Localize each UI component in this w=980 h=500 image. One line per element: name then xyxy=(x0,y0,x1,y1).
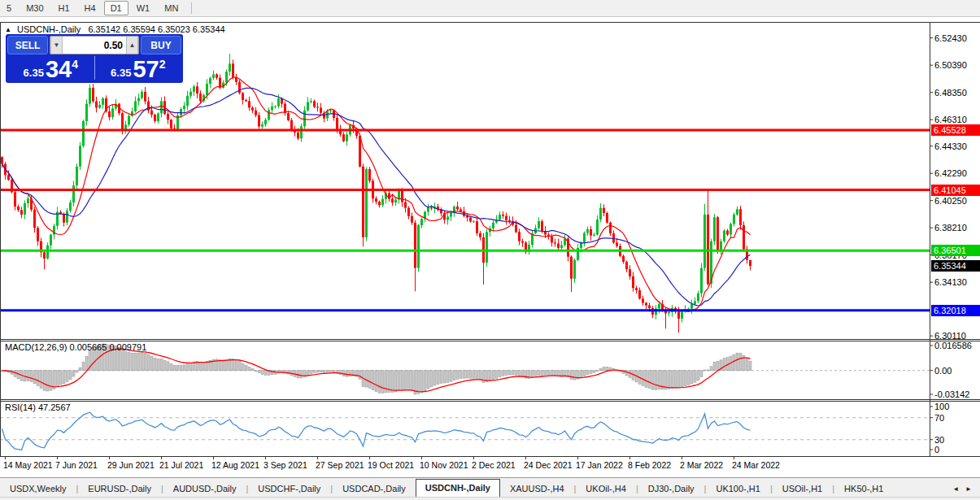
chart-tab-usdchf-daily[interactable]: USDCHF-,Daily xyxy=(248,480,330,498)
status-strip xyxy=(0,497,980,500)
date-tick-label: 29 Jun 2021 xyxy=(107,460,155,470)
timeframe-button-H1[interactable]: H1 xyxy=(52,1,76,15)
timeframe-button-D1[interactable]: D1 xyxy=(104,1,128,15)
date-tick-label: 24 Dec 2021 xyxy=(524,460,573,470)
price-tick-label: 6.42290 xyxy=(934,168,979,179)
chart-tab-xauusd-h4[interactable]: XAUUSD-,H4 xyxy=(500,480,574,498)
price-level-badge: 6.41045 xyxy=(931,185,980,196)
timeframe-toolbar: 5M30H1H4D1W1MN xyxy=(0,0,980,17)
date-tick-label: 2 Mar 2022 xyxy=(680,460,723,470)
date-tick-label: 17 Jan 2022 xyxy=(576,460,623,470)
macd-axis-label: 0.016586 xyxy=(934,341,979,351)
chart-tab-usdx-weekly[interactable]: USDX,Weekly xyxy=(0,480,76,498)
timeframe-button-W1[interactable]: W1 xyxy=(130,1,157,15)
tabs-scroll-right-icon[interactable]: ► xyxy=(965,485,972,493)
chevron-down-icon: ▼ xyxy=(54,41,60,49)
chart-tab-usdcad-daily[interactable]: USDCAD-,Daily xyxy=(333,480,416,498)
rsi-axis-label: 30 xyxy=(934,435,979,446)
timeframe-button-M30[interactable]: M30 xyxy=(20,1,50,15)
price-tick-label: 6.34130 xyxy=(934,277,979,288)
date-tick-label: 8 Feb 2022 xyxy=(628,460,671,470)
price-level-badge: 6.32018 xyxy=(931,305,980,316)
price-level-badge: 6.35344 xyxy=(931,260,980,272)
price-tick-label: 6.48350 xyxy=(934,88,979,98)
date-tick-label: 24 Mar 2022 xyxy=(732,460,780,470)
price-tick-label: 6.40250 xyxy=(934,196,979,207)
timeframe-button-MN[interactable]: MN xyxy=(158,1,185,15)
price-tick-label: 6.44330 xyxy=(934,141,979,152)
chart-plot-area[interactable] xyxy=(0,22,980,476)
sell-price-prefix: 6.35 xyxy=(24,66,44,80)
volume-control: ▼ ▲ xyxy=(50,36,139,54)
one-click-trading-panel: SELL ▼ ▲ BUY 6.35 34 4 6.35 57 2 xyxy=(6,34,183,83)
macd-indicator-title: MACD(12,26,9) 0.005665 0.009791 xyxy=(5,342,146,352)
chart-tab-audusd-daily[interactable]: AUDUSD-,Daily xyxy=(163,480,246,498)
date-tick-label: 7 Jun 2021 xyxy=(55,460,98,470)
buy-price-display[interactable]: 6.35 57 2 xyxy=(95,55,182,80)
chart-tab-hk50-h1[interactable]: HK50-,H1 xyxy=(834,480,893,498)
macd-axis-label: 0.00 xyxy=(934,366,979,376)
chart-tab-bar: USDX,Weekly|EURUSD-,Daily|AUDUSD-,Daily|… xyxy=(0,477,980,498)
price-tick-label: 6.52430 xyxy=(934,33,979,44)
timeframe-button-5[interactable]: 5 xyxy=(0,1,18,15)
date-tick-label: 12 Aug 2021 xyxy=(211,460,259,470)
chart-header: ▲ USDCNH-,Daily 6.35142 6.35594 6.35023 … xyxy=(5,24,225,34)
chart-ohlc-values: 6.35142 6.35594 6.35023 6.35344 xyxy=(88,24,224,34)
volume-increase-button[interactable]: ▲ xyxy=(126,37,138,54)
buy-button[interactable]: BUY xyxy=(141,36,181,54)
price-level-badge: 6.36501 xyxy=(931,245,980,256)
volume-decrease-button[interactable]: ▼ xyxy=(50,37,63,54)
toolbar-separator xyxy=(191,2,192,14)
price-tick-label: 6.38210 xyxy=(934,223,979,233)
date-tick-label: 21 Jul 2021 xyxy=(159,460,203,470)
rsi-axis-label: 100 xyxy=(934,402,979,412)
buy-price-prefix: 6.35 xyxy=(111,66,131,80)
buy-price-point: 2 xyxy=(159,58,166,71)
volume-input[interactable] xyxy=(63,37,126,54)
rsi-axis-label: 70 xyxy=(934,413,979,424)
date-tick-label: 27 Sep 2021 xyxy=(316,460,364,470)
sell-price-pips: 34 xyxy=(46,59,72,80)
buy-price-pips: 57 xyxy=(133,59,159,80)
chevron-up-icon: ▲ xyxy=(129,41,136,49)
rsi-indicator-title: RSI(14) 47.2567 xyxy=(5,402,71,412)
price-tick-label: 6.50390 xyxy=(934,60,979,71)
chart-tab-usdcnh-daily[interactable]: USDCNH-,Daily xyxy=(416,479,500,498)
sell-button[interactable]: SELL xyxy=(7,36,48,54)
chart-symbol-label: USDCNH-,Daily xyxy=(17,24,81,34)
tabs-scroll-left-icon[interactable]: ◄ xyxy=(952,485,959,493)
chart-tab-ukoil-h4[interactable]: UKOil-,H4 xyxy=(576,480,636,498)
date-tick-label: 14 May 2021 xyxy=(3,460,53,470)
chart-tab-dj30-daily[interactable]: DJ30-,Daily xyxy=(638,480,704,498)
price-level-badge: 6.45528 xyxy=(931,124,980,136)
chart-tab-usoil-h1[interactable]: USOil-,H1 xyxy=(773,480,833,498)
date-tick-label: 2 Dec 2021 xyxy=(472,460,516,470)
sell-price-display[interactable]: 6.35 34 4 xyxy=(7,55,94,80)
timeframe-button-H4[interactable]: H4 xyxy=(78,1,102,15)
sell-price-point: 4 xyxy=(72,58,78,71)
collapse-panel-icon[interactable]: ▲ xyxy=(5,26,11,33)
macd-axis-label: -0.03142 xyxy=(934,389,979,400)
chart-tab-uk100-h1[interactable]: UK100-,H1 xyxy=(706,480,769,498)
chart-window: ▲ USDCNH-,Daily 6.35142 6.35594 6.35023 … xyxy=(0,22,980,476)
date-tick-label: 10 Nov 2021 xyxy=(420,460,468,470)
date-tick-label: 3 Sep 2021 xyxy=(264,460,307,470)
date-tick-label: 19 Oct 2021 xyxy=(368,460,414,470)
chart-tab-eurusd-daily[interactable]: EURUSD-,Daily xyxy=(78,480,161,498)
rsi-axis-label: 0 xyxy=(934,445,979,455)
